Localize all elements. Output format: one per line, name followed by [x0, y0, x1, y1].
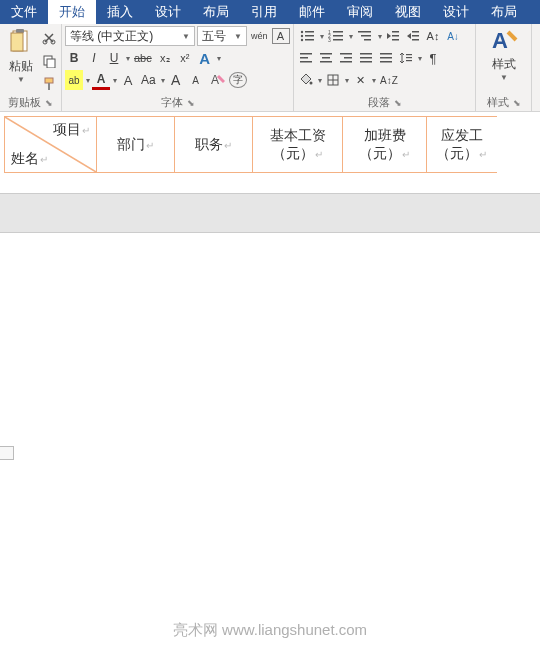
- styles-icon: A: [490, 26, 518, 56]
- svg-rect-36: [320, 61, 332, 63]
- tab-insert[interactable]: 插入: [96, 0, 144, 24]
- align-center-button[interactable]: [317, 48, 335, 68]
- copy-button[interactable]: [40, 51, 58, 71]
- svg-rect-41: [360, 57, 372, 59]
- page-break-gap: [0, 193, 540, 233]
- svg-point-49: [310, 82, 313, 85]
- increase-indent-button[interactable]: [404, 26, 422, 46]
- strike-button[interactable]: abc: [132, 48, 154, 68]
- svg-rect-24: [364, 39, 371, 41]
- svg-rect-47: [406, 57, 412, 58]
- tab-review[interactable]: 审阅: [336, 0, 384, 24]
- svg-rect-25: [392, 31, 399, 33]
- phonetic-guide-button[interactable]: wén: [249, 26, 270, 46]
- table-header-cell[interactable]: 部门↵: [97, 117, 175, 173]
- font-size-select[interactable]: 五号▼: [197, 26, 247, 46]
- cut-button[interactable]: [40, 28, 58, 48]
- svg-rect-33: [300, 61, 312, 63]
- superscript-button[interactable]: x²: [176, 48, 194, 68]
- show-marks-button[interactable]: ¶: [424, 48, 442, 68]
- svg-rect-37: [340, 53, 352, 55]
- svg-rect-19: [333, 35, 343, 37]
- svg-rect-28: [412, 31, 419, 33]
- tab-table-layout[interactable]: 布局: [480, 0, 528, 24]
- align-distributed-button[interactable]: [377, 48, 395, 68]
- highlight-button[interactable]: ab: [65, 70, 83, 90]
- format-painter-button[interactable]: [40, 74, 58, 94]
- svg-text:A: A: [211, 73, 219, 87]
- tab-file[interactable]: 文件: [0, 0, 48, 24]
- text-direction-button[interactable]: A↕: [424, 26, 442, 46]
- sort-button[interactable]: A↓: [444, 26, 462, 46]
- clear-format-button[interactable]: A: [207, 70, 227, 90]
- svg-rect-35: [322, 57, 330, 59]
- svg-rect-43: [380, 53, 392, 55]
- snap-grid-button[interactable]: ✕: [351, 70, 369, 90]
- change-case-button[interactable]: Aa: [139, 70, 158, 90]
- svg-rect-31: [300, 53, 312, 55]
- shrink-font-button[interactable]: A: [187, 70, 205, 90]
- group-clipboard-label: 剪贴板: [8, 95, 41, 110]
- paste-label: 粘贴: [9, 58, 33, 75]
- align-right-button[interactable]: [337, 48, 355, 68]
- tab-layout[interactable]: 布局: [192, 0, 240, 24]
- svg-text:3: 3: [328, 37, 331, 43]
- dialog-launcher-icon[interactable]: ⬊: [394, 98, 402, 108]
- tab-references[interactable]: 引用: [240, 0, 288, 24]
- align-left-button[interactable]: [297, 48, 315, 68]
- diag-bottom-label: 姓名↵: [11, 150, 48, 168]
- enclose-char-button[interactable]: 字: [229, 72, 247, 88]
- chevron-down-icon: ▼: [17, 75, 25, 84]
- char-shading-button[interactable]: A: [119, 70, 137, 90]
- tab-mailings[interactable]: 邮件: [288, 0, 336, 24]
- svg-rect-46: [406, 54, 412, 55]
- chevron-down-icon: ▼: [500, 73, 508, 82]
- diagonal-header-cell[interactable]: 项目↵ 姓名↵: [5, 117, 97, 173]
- tab-home[interactable]: 开始: [48, 0, 96, 24]
- borders-button[interactable]: [324, 70, 342, 90]
- salary-table[interactable]: 项目↵ 姓名↵ 部门↵ 职务↵ 基本工资（元）↵ 加班费（元）↵ 应发工（元）↵: [4, 116, 497, 173]
- underline-button[interactable]: U: [105, 48, 123, 68]
- svg-rect-38: [344, 57, 352, 59]
- svg-rect-32: [300, 57, 308, 59]
- group-styles-label: 样式: [487, 95, 509, 110]
- multilevel-list-button[interactable]: [355, 26, 375, 46]
- shading-button[interactable]: [297, 70, 315, 90]
- char-border-button[interactable]: A: [272, 28, 290, 44]
- tab-view[interactable]: 视图: [384, 0, 432, 24]
- table-header-cell[interactable]: 应发工（元）↵: [427, 117, 497, 173]
- styles-button[interactable]: A 样式 ▼: [486, 26, 522, 86]
- svg-rect-21: [333, 39, 343, 41]
- svg-point-12: [301, 35, 303, 37]
- line-spacing-button[interactable]: [397, 48, 415, 68]
- bullets-button[interactable]: [297, 26, 317, 46]
- svg-rect-48: [406, 60, 412, 61]
- svg-rect-30: [412, 39, 419, 41]
- bold-button[interactable]: B: [65, 48, 83, 68]
- table-header-cell[interactable]: 职务↵: [175, 117, 253, 173]
- tab-table-design[interactable]: 设计: [432, 0, 480, 24]
- group-clipboard: 粘贴 ▼ 剪贴板⬊: [0, 24, 62, 111]
- table-header-cell[interactable]: 加班费（元）↵: [343, 117, 427, 173]
- numbering-button[interactable]: 123: [326, 26, 346, 46]
- svg-text:A: A: [492, 28, 508, 53]
- font-name-select[interactable]: 等线 (中文正文)▼: [65, 26, 195, 46]
- sort-az-button[interactable]: A↕Z: [378, 70, 400, 90]
- paste-button[interactable]: 粘贴 ▼: [3, 26, 38, 86]
- watermark: 亮术网 www.liangshunet.com: [0, 621, 540, 640]
- diag-top-label: 项目↵: [53, 121, 90, 139]
- dialog-launcher-icon[interactable]: ⬊: [513, 98, 521, 108]
- tab-design[interactable]: 设计: [144, 0, 192, 24]
- font-color-button[interactable]: A: [92, 70, 110, 90]
- dialog-launcher-icon[interactable]: ⬊: [45, 98, 53, 108]
- subscript-button[interactable]: x₂: [156, 48, 174, 68]
- svg-rect-22: [358, 31, 371, 33]
- dialog-launcher-icon[interactable]: ⬊: [187, 98, 195, 108]
- text-effects-button[interactable]: A: [196, 48, 214, 68]
- decrease-indent-button[interactable]: [384, 26, 402, 46]
- italic-button[interactable]: I: [85, 48, 103, 68]
- align-justify-button[interactable]: [357, 48, 375, 68]
- table-header-cell[interactable]: 基本工资（元）↵: [253, 117, 343, 173]
- grow-font-button[interactable]: A: [167, 70, 185, 90]
- document-area[interactable]: 项目↵ 姓名↵ 部门↵ 职务↵ 基本工资（元）↵ 加班费（元）↵ 应发工（元）↵: [0, 116, 540, 556]
